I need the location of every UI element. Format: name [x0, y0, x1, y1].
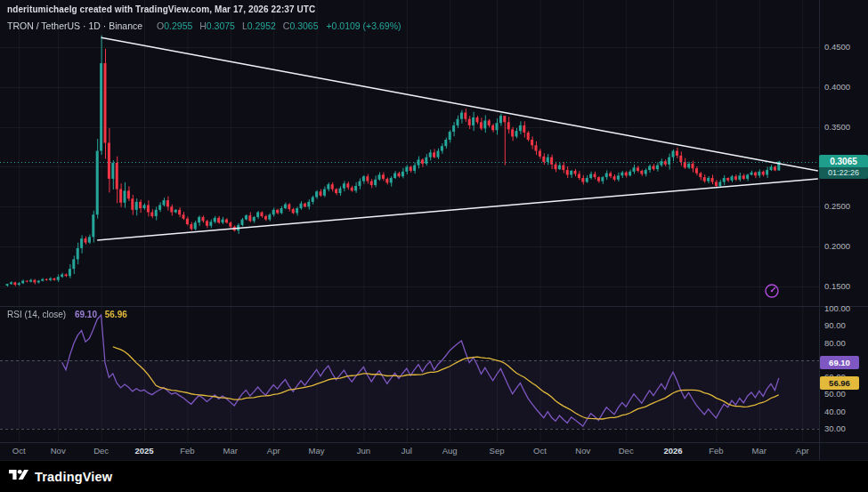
countdown-timer: 01:22:26 — [819, 167, 868, 179]
price-chart-canvas[interactable] — [0, 0, 819, 306]
rsi-ma-badge: 56.96 — [820, 376, 859, 390]
rsi-axis-label: 90.00 — [824, 320, 846, 330]
price-axis-label: 0.2000 — [824, 241, 850, 251]
rsi-value-badge: 69.10 — [820, 356, 859, 369]
rsi-axis-label: 80.00 — [824, 338, 846, 348]
footer-bar: TradingView — [0, 460, 868, 492]
time-axis-month-label: Jul — [402, 446, 412, 456]
rsi-axis-label: 100.00 — [824, 303, 850, 313]
time-axis-month-label: Mar — [752, 446, 767, 456]
rsi-axis-label: 40.00 — [824, 407, 846, 416]
tradingview-logo-icon — [9, 467, 28, 487]
tradingview-chart-app: nderitumichaelg created with TradingView… — [0, 0, 868, 492]
last-price-value: 0.3065 — [819, 155, 868, 167]
price-axis-label: 0.4500 — [824, 42, 850, 52]
tradingview-logo[interactable]: TradingView — [9, 467, 112, 487]
rsi-legend: RSI (14, close) 69.10 56.96 — [7, 310, 127, 319]
rsi-axis-label: 50.00 — [824, 389, 846, 399]
rsi-chart-canvas[interactable] — [0, 307, 819, 442]
price-axis-label: 0.3500 — [824, 122, 850, 132]
open-label: O — [157, 20, 164, 31]
price-axis-label: 0.4000 — [824, 82, 850, 92]
rsi-title[interactable]: RSI (14, close) — [7, 310, 66, 319]
rsi-axis[interactable]: 100.0090.0080.0070.0060.0050.0040.0030.0… — [819, 307, 868, 442]
last-price-badge: 0.3065 01:22:26 — [819, 155, 868, 179]
open-value: 0.2955 — [164, 20, 192, 31]
symbol-legend: TRON / TetherUS · 1D · Binance O0.2955 H… — [7, 20, 401, 31]
time-axis-month-label: Dec — [619, 446, 634, 456]
time-axis-month-label: Oct — [12, 446, 26, 456]
time-axis-month-label: Jun — [357, 446, 370, 456]
symbol-title[interactable]: TRON / TetherUS · 1D · Binance — [7, 20, 142, 31]
price-axis-label: 0.1500 — [824, 281, 850, 291]
time-axis-month-label: Dec — [93, 446, 109, 456]
time-axis-year-label: 2026 — [663, 446, 682, 456]
time-axis[interactable]: OctNovDec2025FebMarAprMayJunJulAugSepOct… — [0, 442, 819, 460]
time-axis-month-label: Nov — [575, 446, 590, 456]
time-axis-month-label: Oct — [533, 446, 547, 456]
time-axis-month-label: Sep — [490, 446, 505, 456]
time-axis-month-label: Feb — [709, 446, 723, 456]
rsi-axis-label: 30.00 — [824, 423, 846, 433]
rsi-current-value: 69.10 — [75, 310, 97, 319]
price-axis-label: 0.2500 — [824, 201, 850, 211]
speedometer-icon[interactable] — [764, 283, 780, 299]
time-axis-month-label: Apr — [796, 446, 809, 456]
time-axis-month-label: Mar — [223, 446, 238, 456]
change-value: +0.0109 (+3.69%) — [326, 20, 401, 31]
low-value: 0.2952 — [247, 20, 276, 31]
price-axis[interactable]: 0.45000.40000.35000.30000.25000.20000.15… — [819, 0, 868, 306]
time-axis-month-label: Nov — [51, 446, 66, 456]
high-label: H — [199, 20, 207, 31]
close-value: 0.3065 — [289, 20, 318, 31]
time-axis-month-label: Aug — [442, 446, 458, 456]
time-axis-month-label: Apr — [267, 446, 280, 456]
high-value: 0.3075 — [207, 20, 235, 31]
time-axis-year-label: 2025 — [134, 446, 153, 456]
time-axis-month-label: May — [309, 446, 325, 456]
rsi-ma-value: 56.96 — [105, 310, 127, 319]
watermark-attribution: nderitumichaelg created with TradingView… — [7, 4, 315, 14]
pane-separator[interactable] — [0, 306, 868, 307]
brand-text: TradingView — [35, 470, 112, 484]
time-axis-month-label: Feb — [180, 446, 194, 456]
